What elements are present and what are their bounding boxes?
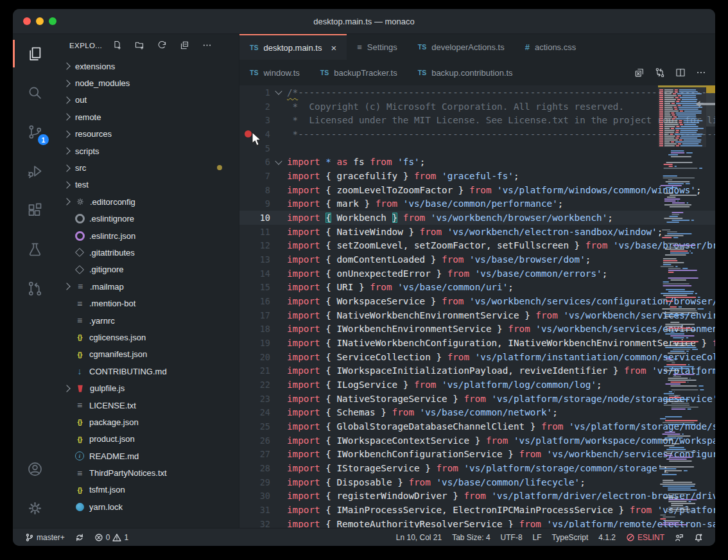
code-line-24[interactable]: 24import { Schemas } from 'vs/base/commo… xyxy=(239,405,715,419)
file-item-CONTRIBUTING.md[interactable]: ↓CONTRIBUTING.md xyxy=(56,363,239,380)
code-line-32[interactable]: 32import { RemoteAuthorityResolverServic… xyxy=(239,517,715,528)
code-line-27[interactable]: 27import { IWorkbenchConfigurationServic… xyxy=(239,447,715,461)
file-item-README.md[interactable]: iREADME.md xyxy=(56,448,239,464)
line-number[interactable]: 10 xyxy=(256,213,270,223)
new-file-button[interactable] xyxy=(111,40,123,51)
status-encoding[interactable]: UTF-8 xyxy=(496,530,527,545)
line-number[interactable]: 29 xyxy=(256,477,270,487)
zoom-window-button[interactable] xyxy=(49,17,56,25)
status-eslint-status[interactable]: ESLINT xyxy=(621,530,669,545)
line-number[interactable]: 30 xyxy=(256,491,270,501)
close-window-button[interactable] xyxy=(23,17,31,25)
folder-item-src[interactable]: src xyxy=(56,159,239,176)
code-line-10[interactable]: 10import { Workbench } from 'vs/workbenc… xyxy=(239,211,715,225)
line-number[interactable]: 18 xyxy=(256,324,270,334)
folder-item-resources[interactable]: resources xyxy=(56,126,239,143)
folder-item-extensions[interactable]: extensions xyxy=(56,58,239,74)
folder-item-remote[interactable]: remote xyxy=(56,109,239,125)
line-number[interactable]: 9 xyxy=(256,198,270,209)
line-number[interactable]: 28 xyxy=(256,463,270,473)
activity-bar-item-run-and-debug[interactable] xyxy=(13,152,56,191)
tab-window.ts[interactable]: TSwindow.ts xyxy=(239,60,310,85)
status-feedback[interactable] xyxy=(670,530,688,545)
code-line-1[interactable]: 1/*-------------------------------------… xyxy=(239,85,715,100)
activity-bar-item-source-control[interactable]: 1 xyxy=(13,112,56,152)
minimap[interactable] xyxy=(658,85,706,528)
minimize-window-button[interactable] xyxy=(36,17,44,25)
code-editor[interactable]: 1/*-------------------------------------… xyxy=(239,85,715,528)
file-item-LICENSE.txt[interactable]: ≡LICENSE.txt xyxy=(56,397,239,414)
status-eol-sequence[interactable]: LF xyxy=(528,530,546,545)
code-line-21[interactable]: 21import { IWorkspaceInitializationPaylo… xyxy=(239,363,715,378)
folder-item-scripts[interactable]: scripts xyxy=(56,143,239,159)
code-line-7[interactable]: 7import { gracefulify } from 'graceful-f… xyxy=(239,169,715,183)
compare-changes-button[interactable] xyxy=(651,64,669,82)
folder-item-test[interactable]: test xyxy=(56,177,239,193)
code-line-19[interactable]: 19import { INativeWorkbenchConfiguration… xyxy=(239,336,715,350)
code-line-25[interactable]: 25import { GlobalStorageDatabaseChannelC… xyxy=(239,419,715,433)
file-item-.eslintrc.json[interactable]: .eslintrc.json xyxy=(56,227,239,244)
file-item-.eslintignore[interactable]: .eslintignore xyxy=(56,211,239,227)
status-notifications[interactable] xyxy=(689,530,707,545)
line-number[interactable]: 23 xyxy=(256,394,270,404)
code-line-12[interactable]: 12import { setZoomLevel, setZoomFactor, … xyxy=(239,238,715,252)
refresh-explorer-button[interactable] xyxy=(156,40,168,51)
activity-bar-item-manage[interactable] xyxy=(13,489,56,528)
file-item-.editorconfig[interactable]: .editorconfig xyxy=(56,193,239,210)
file-item-.mailmap[interactable]: ≡.mailmap xyxy=(56,278,239,295)
file-item-package.json[interactable]: {}package.json xyxy=(56,414,239,430)
file-item-.gitattributes[interactable]: .gitattributes xyxy=(56,244,239,261)
fold-gutter[interactable] xyxy=(270,161,287,164)
line-number[interactable]: 2 xyxy=(256,101,270,112)
folder-item-node_modules[interactable]: node_modules xyxy=(56,74,239,91)
code-line-30[interactable]: 30import { registerWindowDriver } from '… xyxy=(239,489,715,503)
line-number[interactable]: 1 xyxy=(256,87,270,98)
code-line-8[interactable]: 8import { zoomLevelToZoomFactor } from '… xyxy=(239,183,715,197)
file-item-gulpfile.js[interactable]: gulpfile.js xyxy=(56,380,239,396)
line-number[interactable]: 20 xyxy=(256,352,270,362)
tab-developerActions.ts[interactable]: TSdeveloperActions.ts xyxy=(408,34,515,60)
activity-bar-item-extensions[interactable] xyxy=(13,191,56,230)
status-typescript-version[interactable]: 4.1.2 xyxy=(594,530,620,545)
code-line-20[interactable]: 20import { ServiceCollection } from 'vs/… xyxy=(239,350,715,364)
code-line-28[interactable]: 28import { IStorageService } from 'vs/pl… xyxy=(239,461,715,475)
line-number[interactable]: 11 xyxy=(256,227,270,237)
file-item-tsfmt.json[interactable]: {}tsfmt.json xyxy=(56,482,239,498)
code-line-17[interactable]: 17import { NativeWorkbenchEnvironmentSer… xyxy=(239,308,715,322)
tab-backupTracker.ts[interactable]: TSbackupTracker.ts xyxy=(310,60,408,85)
line-number[interactable]: 15 xyxy=(256,282,270,292)
status-language-mode[interactable]: TypeScript xyxy=(548,530,593,545)
tab-Settings[interactable]: ≡Settings xyxy=(347,34,408,60)
line-number[interactable]: 31 xyxy=(256,505,270,515)
file-item-product.json[interactable]: {}product.json xyxy=(56,431,239,448)
tab-desktop.main.ts[interactable]: TSdesktop.main.ts× xyxy=(239,34,347,60)
more-editor-actions-button[interactable] xyxy=(692,64,710,82)
code-line-23[interactable]: 23import { NativeStorageService } from '… xyxy=(239,392,715,406)
collapse-folders-button[interactable] xyxy=(178,40,190,51)
line-number[interactable]: 26 xyxy=(256,435,270,446)
line-number[interactable]: 24 xyxy=(256,407,270,417)
fold-gutter[interactable] xyxy=(270,91,287,94)
file-item-yarn.lock[interactable]: yarn.lock xyxy=(56,498,239,515)
code-line-9[interactable]: 9import { mark } from 'vs/base/common/pe… xyxy=(239,197,715,211)
code-line-26[interactable]: 26import { IWorkspaceContextService } fr… xyxy=(239,433,715,448)
code-line-4[interactable]: 4 *-------------------------------------… xyxy=(239,127,715,141)
code-line-3[interactable]: 3 * Licensed under the MIT License. See … xyxy=(239,113,715,127)
line-number[interactable]: 25 xyxy=(256,421,270,432)
activity-bar-item-search[interactable] xyxy=(13,73,56,112)
line-number[interactable]: 17 xyxy=(256,310,270,320)
folder-item-out[interactable]: out xyxy=(56,92,239,109)
line-number[interactable]: 13 xyxy=(256,254,270,265)
line-number[interactable]: 22 xyxy=(256,380,270,390)
file-item-.yarnrc[interactable]: ≡.yarnrc xyxy=(56,312,239,329)
status-problems[interactable]: 01 xyxy=(90,530,133,545)
code-line-29[interactable]: 29import { Disposable } from 'vs/base/co… xyxy=(239,475,715,489)
code-line-14[interactable]: 14import { onUnexpectedError } from 'vs/… xyxy=(239,267,715,281)
close-all-editors-button[interactable] xyxy=(630,64,648,82)
tab-backup.contribution.ts[interactable]: TSbackup.contribution.ts xyxy=(408,60,523,85)
chevron-down-icon[interactable] xyxy=(275,157,282,164)
line-number[interactable]: 6 xyxy=(256,157,270,167)
status-sync-changes[interactable] xyxy=(71,530,89,545)
activity-bar-item-explorer[interactable] xyxy=(13,34,56,73)
line-number[interactable]: 16 xyxy=(256,296,270,306)
